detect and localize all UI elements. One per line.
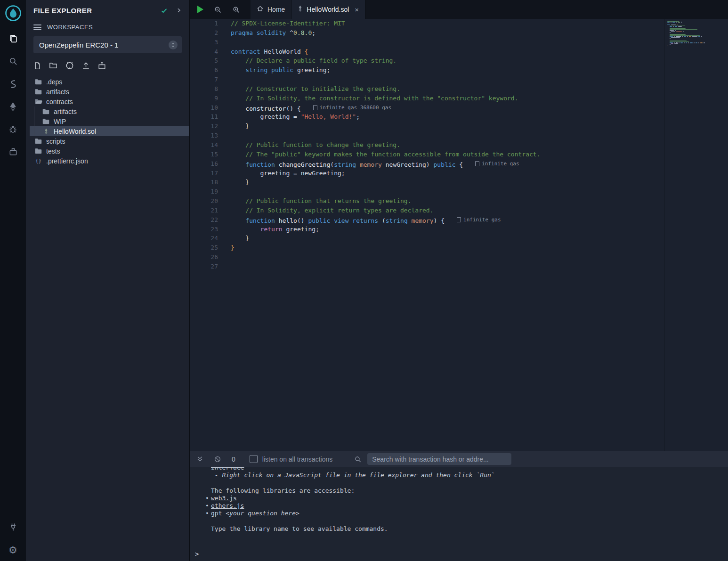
gas-icon xyxy=(457,217,461,222)
code-line-5[interactable]: // Declare a public field of type string… xyxy=(231,56,728,65)
gas-icon xyxy=(475,161,479,166)
file-explorer-icon[interactable] xyxy=(0,27,26,50)
collapse-terminal-icon[interactable] xyxy=(196,455,203,463)
github-clone-icon[interactable] xyxy=(65,61,74,70)
code-line-10[interactable]: constructor() {infinite gas 368600 gas xyxy=(231,103,728,113)
code-line-7[interactable] xyxy=(231,75,728,84)
plugin-manager-icon[interactable] xyxy=(0,140,26,163)
code-editor[interactable]: 1234567891011121314151617181920212223242… xyxy=(190,19,728,451)
new-folder-icon[interactable] xyxy=(49,61,58,70)
solidity-file-icon xyxy=(42,128,50,135)
clear-terminal-icon[interactable] xyxy=(214,455,221,463)
debugger-icon[interactable] xyxy=(0,118,26,140)
tree-item-artifacts[interactable]: artifacts xyxy=(30,87,189,97)
code-line-8[interactable]: // Constructor to initialize the greetin… xyxy=(231,84,728,94)
code-line-22[interactable]: function hello() public view returns (st… xyxy=(231,215,728,225)
gas-estimate-badge: infinite gas xyxy=(457,215,501,225)
tree-item-artifacts[interactable]: artifacts xyxy=(30,106,189,116)
workspaces-label: WORKSPACES xyxy=(47,24,93,31)
search-icon[interactable] xyxy=(0,50,26,73)
zoom-in-icon[interactable] xyxy=(232,6,240,14)
editor-actions xyxy=(190,0,251,19)
terminal-line: web3.js xyxy=(211,495,728,502)
terminal-search-icon xyxy=(354,455,362,463)
code-line-2[interactable]: pragma solidity ^0.8.0; xyxy=(231,28,728,38)
new-file-icon[interactable] xyxy=(33,61,41,70)
remix-logo-icon[interactable] xyxy=(4,4,23,23)
code-line-21[interactable]: // In Solidity, explicit return types ar… xyxy=(231,206,728,215)
tree-item-helloworld-sol[interactable]: HelloWorld.sol xyxy=(30,126,189,136)
terminal-line: gpt <your question here> xyxy=(211,510,728,517)
tree-item-scripts[interactable]: scripts xyxy=(30,136,189,146)
code-line-27[interactable] xyxy=(231,262,728,271)
terminal-search-input[interactable] xyxy=(367,453,511,465)
code-line-4[interactable]: contract HelloWorld { xyxy=(231,47,728,57)
panel-title: FILE EXPLORER xyxy=(33,7,160,15)
code-line-16[interactable]: function changeGreeting(string memory ne… xyxy=(231,159,728,169)
code-line-15[interactable]: // The "public" keyword makes the functi… xyxy=(231,150,728,159)
listen-transactions-label[interactable]: listen on all transactions xyxy=(262,455,332,463)
workspaces-menu-icon[interactable] xyxy=(33,24,41,30)
panel-header: FILE EXPLORER xyxy=(26,0,189,21)
tree-item-wip[interactable]: WIP xyxy=(30,116,189,126)
run-play-icon[interactable] xyxy=(197,6,203,13)
tree-item--deps[interactable]: .deps xyxy=(30,77,189,87)
file-actions-toolbar xyxy=(26,53,189,74)
zoom-out-icon[interactable] xyxy=(214,6,222,14)
workspace-cycle-button[interactable] xyxy=(169,41,178,49)
plug-icon[interactable] xyxy=(0,516,26,538)
code-line-23[interactable]: return greeting; xyxy=(231,225,728,234)
code-line-6[interactable]: string public greeting; xyxy=(231,65,728,75)
home-icon xyxy=(257,5,264,14)
folder-icon xyxy=(34,79,42,85)
check-icon[interactable] xyxy=(160,7,168,14)
code-line-24[interactable]: } xyxy=(231,234,728,243)
code-line-3[interactable] xyxy=(231,38,728,47)
terminal-link[interactable]: web3.js xyxy=(211,495,237,502)
tab-home[interactable]: Home xyxy=(251,0,291,19)
settings-gear-icon[interactable]: ⚙ xyxy=(0,538,26,561)
listen-transactions-checkbox[interactable] xyxy=(250,455,258,463)
restore-backup-icon[interactable] xyxy=(97,61,106,70)
activity-bar: ⚙ xyxy=(0,0,26,561)
minimap-column xyxy=(664,19,728,451)
code-line-1[interactable]: // SPDX-License-Identifier: MIT xyxy=(231,19,728,28)
tree-item--prettierrc-json[interactable]: {}.prettierrc.json xyxy=(30,156,189,166)
terminal-link[interactable]: ethers.js xyxy=(211,502,244,509)
file-tree: .depsartifactscontractsartifactsWIPHello… xyxy=(26,77,189,166)
tree-item-label: contracts xyxy=(46,98,73,106)
chevron-right-icon[interactable] xyxy=(176,7,182,14)
tree-item-label: WIP xyxy=(54,118,66,125)
code-line-20[interactable]: // Public function that returns the gree… xyxy=(231,196,728,206)
file-explorer-panel: FILE EXPLORER WORKSPACES OpenZeppelin ER… xyxy=(26,0,190,561)
code-line-17[interactable]: greeting = newGreeting; xyxy=(231,169,728,178)
gas-icon xyxy=(313,105,317,110)
tree-item-tests[interactable]: tests xyxy=(30,146,189,156)
code-line-26[interactable] xyxy=(231,252,728,262)
tab-helloworld-sol[interactable]: HelloWorld.sol × xyxy=(291,0,365,19)
upload-icon[interactable] xyxy=(81,61,90,70)
code-line-9[interactable]: // In Solidity, the constructor is defin… xyxy=(231,94,728,103)
line-numbers[interactable]: 1234567891011121314151617181920212223242… xyxy=(190,19,218,451)
tree-item-contracts[interactable]: contracts xyxy=(30,97,189,106)
tree-item-label: .prettierrc.json xyxy=(46,157,88,165)
tree-item-label: artifacts xyxy=(46,88,69,96)
tab-file-label: HelloWorld.sol xyxy=(307,6,349,13)
code-line-13[interactable] xyxy=(231,131,728,140)
terminal-input[interactable]: > xyxy=(190,548,728,560)
code-line-25[interactable]: } xyxy=(231,243,728,252)
code-line-18[interactable]: } xyxy=(231,178,728,187)
code-line-12[interactable]: } xyxy=(231,122,728,131)
code-line-19[interactable] xyxy=(231,187,728,196)
terminal-line xyxy=(211,517,728,525)
workspace-select[interactable]: OpenZeppelin ERC20 - 1 xyxy=(33,36,182,53)
code-lines[interactable]: // SPDX-License-Identifier: MITpragma so… xyxy=(231,19,728,451)
close-tab-icon[interactable]: × xyxy=(355,6,359,13)
minimap[interactable] xyxy=(664,19,728,48)
folder-open-icon xyxy=(34,98,42,105)
solidity-compiler-icon[interactable] xyxy=(0,73,26,95)
terminal-output[interactable]: interface - Right click on a JavaScript … xyxy=(190,467,728,548)
code-line-14[interactable]: // Public function to change the greetin… xyxy=(231,140,728,150)
deploy-and-run-icon[interactable] xyxy=(0,95,26,118)
code-line-11[interactable]: greeting = "Hello, World!"; xyxy=(231,112,728,122)
